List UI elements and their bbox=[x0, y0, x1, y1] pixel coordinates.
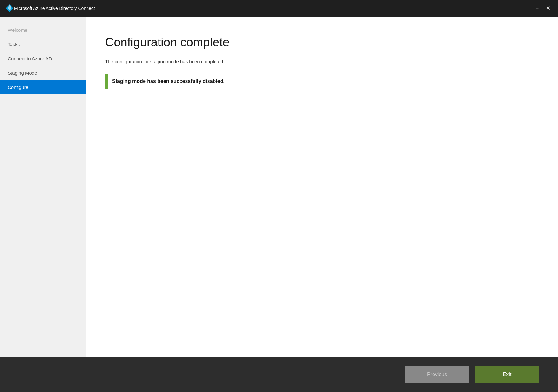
content-area: Welcome Tasks Connect to Azure AD Stagin… bbox=[0, 17, 558, 392]
sidebar-item-configure[interactable]: Configure bbox=[0, 80, 86, 94]
previous-button: Previous bbox=[405, 366, 469, 383]
description-text: The configuration for staging mode has b… bbox=[105, 59, 539, 64]
sidebar-item-connect-azure-ad[interactable]: Connect to Azure AD bbox=[0, 52, 86, 66]
page-title: Configuration complete bbox=[105, 36, 539, 49]
azure-logo-icon bbox=[5, 4, 14, 13]
window-title: Microsoft Azure Active Directory Connect bbox=[14, 6, 533, 11]
success-banner: Staging mode has been successfully disab… bbox=[105, 74, 539, 89]
sidebar-item-staging-mode[interactable]: Staging Mode bbox=[0, 66, 86, 80]
footer-bar: Previous Exit bbox=[0, 357, 558, 392]
main-content: Welcome Tasks Connect to Azure AD Stagin… bbox=[0, 17, 558, 357]
sidebar-item-tasks[interactable]: Tasks bbox=[0, 37, 86, 52]
sidebar-item-welcome: Welcome bbox=[0, 23, 86, 37]
close-button[interactable]: ✕ bbox=[544, 4, 553, 12]
title-bar: Microsoft Azure Active Directory Connect… bbox=[0, 0, 558, 17]
minimize-button[interactable]: − bbox=[533, 4, 541, 12]
main-panel: Configuration complete The configuration… bbox=[86, 17, 558, 357]
window-controls: − ✕ bbox=[533, 4, 553, 12]
app-window: Microsoft Azure Active Directory Connect… bbox=[0, 0, 558, 392]
success-text: Staging mode has been successfully disab… bbox=[112, 79, 225, 84]
exit-button[interactable]: Exit bbox=[475, 366, 539, 383]
sidebar: Welcome Tasks Connect to Azure AD Stagin… bbox=[0, 17, 86, 357]
success-bar-indicator bbox=[105, 74, 108, 89]
